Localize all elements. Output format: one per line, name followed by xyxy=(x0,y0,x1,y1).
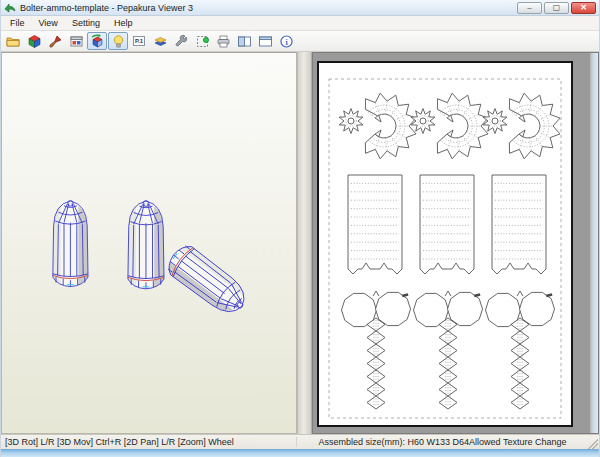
close-button[interactable]: ✕ xyxy=(571,2,596,14)
assembled-size-text: Assembled size(mm): H60 W133 D64 xyxy=(319,437,470,447)
pepakura-logo-icon xyxy=(4,2,16,14)
pane-splitter[interactable] xyxy=(297,52,312,434)
status-right-panel: Assembled size(mm): H60 W133 D64Allowed … xyxy=(296,437,588,447)
show-3d-window-icon[interactable] xyxy=(87,32,107,50)
maximize-button[interactable]: ▢ xyxy=(544,2,569,14)
3d-model-canvas xyxy=(2,53,296,434)
menu-file[interactable]: File xyxy=(3,17,32,29)
menu-view[interactable]: View xyxy=(32,17,65,29)
light-toggle-icon[interactable] xyxy=(108,32,128,50)
app-window: Bolter-ammo-template - Pepakura Viewer 3… xyxy=(0,0,600,457)
window-title: Bolter-ammo-template - Pepakura Viewer 3 xyxy=(20,3,517,13)
print-icon[interactable] xyxy=(213,32,233,50)
statusbar: [3D Rot] L/R [3D Mov] Ctrl+R [2D Pan] L/… xyxy=(1,434,599,449)
page-number-icon[interactable]: P.1 xyxy=(129,32,149,50)
minimize-button[interactable]: – xyxy=(517,2,542,14)
window-frame-right xyxy=(590,53,598,433)
layers-icon[interactable] xyxy=(150,32,170,50)
texture-status-text: Allowed Texture Change xyxy=(469,437,566,447)
texture-window-icon[interactable] xyxy=(66,32,86,50)
menu-help[interactable]: Help xyxy=(107,17,140,29)
2d-pattern-viewport[interactable] xyxy=(312,52,599,434)
pattern-page[interactable] xyxy=(317,61,573,427)
settings-wrench-icon[interactable] xyxy=(171,32,191,50)
split-view-icon[interactable] xyxy=(234,32,254,50)
3d-viewport[interactable] xyxy=(1,52,297,434)
info-icon[interactable]: i xyxy=(276,32,296,50)
window-frame-bottom xyxy=(1,449,599,457)
titlebar[interactable]: Bolter-ammo-template - Pepakura Viewer 3… xyxy=(1,0,599,16)
menu-setting[interactable]: Setting xyxy=(65,17,107,29)
canvas-gutter xyxy=(573,53,590,433)
mouse-hints: [3D Rot] L/R [3D Mov] Ctrl+R [2D Pan] L/… xyxy=(1,437,296,447)
single-view-icon[interactable] xyxy=(255,32,275,50)
texture-brush-icon[interactable] xyxy=(45,32,65,50)
menubar: File View Setting Help xyxy=(1,16,599,31)
pattern-page-canvas xyxy=(319,63,571,425)
open-file-icon[interactable] xyxy=(3,32,23,50)
main-area xyxy=(1,52,599,434)
color-cube-icon[interactable] xyxy=(24,32,44,50)
select-tool-icon[interactable] xyxy=(192,32,212,50)
resize-grip[interactable] xyxy=(588,439,598,449)
page-number-label: P.1 xyxy=(133,36,145,46)
toolbar: P.1 i xyxy=(1,31,599,52)
